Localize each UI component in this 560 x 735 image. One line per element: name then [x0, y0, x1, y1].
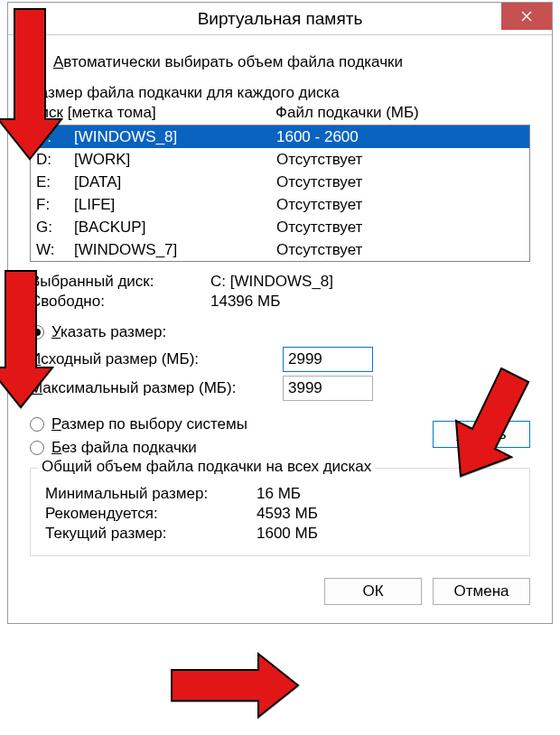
radio-system-label: Размер по выбору системы	[51, 415, 247, 433]
drive-label: [WINDOWS_7]	[74, 240, 276, 259]
max-size-label: Максимальный размер (МБ):	[30, 379, 283, 397]
radio-custom-size[interactable]	[30, 325, 44, 340]
col-header-drive: Диск [метка тома]	[30, 104, 275, 122]
drive-pagefile: Отсутствует	[276, 150, 524, 169]
close-icon	[521, 11, 532, 22]
drive-row[interactable]: D:[WORK]Отсутствует	[31, 148, 529, 171]
free-space-label: Свободно:	[30, 293, 210, 311]
drive-row[interactable]: E:[DATA]Отсутствует	[31, 171, 529, 193]
drive-letter: E:	[36, 172, 74, 191]
drive-letter: W:	[36, 240, 74, 259]
drive-pagefile: Отсутствует	[276, 172, 524, 191]
drive-row[interactable]: W:[WINDOWS_7]Отсутствует	[31, 238, 529, 261]
radio-custom-label: Указать размер:	[51, 323, 166, 341]
window-title: Виртуальная память	[198, 9, 363, 29]
auto-manage-label: Автоматически выбирать объем файла подка…	[53, 53, 403, 71]
current-size-label: Текущий размер:	[45, 525, 257, 543]
virtual-memory-dialog: Виртуальная память Автоматически выбират…	[7, 2, 553, 624]
cancel-button[interactable]: Отмена	[433, 578, 530, 605]
max-size-input[interactable]	[283, 376, 373, 401]
recommended-value: 4593 МБ	[257, 505, 515, 523]
radio-system-managed[interactable]	[30, 417, 44, 432]
drive-label: [BACKUP]	[74, 218, 276, 237]
col-header-pagefile: Файл подкачки (МБ)	[275, 104, 530, 122]
drive-row[interactable]: C:[WINDOWS_8]1600 - 2600	[31, 126, 529, 148]
svg-marker-5	[172, 654, 298, 717]
min-size-label: Минимальный размер:	[45, 485, 257, 503]
groupbox-title: Общий объем файла подкачки на всех диска…	[38, 458, 375, 476]
auto-manage-checkbox[interactable]	[30, 54, 46, 70]
initial-size-input[interactable]	[283, 347, 373, 372]
selected-drive-label: Выбранный диск:	[30, 273, 210, 291]
drive-pagefile: Отсутствует	[276, 240, 524, 259]
drive-pagefile: Отсутствует	[276, 195, 524, 214]
drive-label: [LIFE]	[74, 195, 276, 214]
selected-drive-value: C: [WINDOWS_8]	[210, 273, 530, 291]
titlebar: Виртуальная память	[8, 3, 552, 35]
min-size-value: 16 МБ	[257, 485, 515, 503]
recommended-label: Рекомендуется:	[45, 505, 257, 523]
drive-letter: D:	[36, 150, 74, 169]
drive-row[interactable]: G:[BACKUP]Отсутствует	[31, 216, 529, 238]
total-pagefile-group: Общий объем файла подкачки на всех диска…	[30, 468, 530, 556]
drive-pagefile: Отсутствует	[276, 218, 524, 237]
drive-list[interactable]: C:[WINDOWS_8]1600 - 2600D:[WORK]Отсутств…	[30, 125, 530, 262]
ok-button[interactable]: ОК	[324, 578, 422, 605]
drive-label: [WORK]	[74, 150, 276, 169]
initial-size-label: Исходный размер (МБ):	[30, 350, 283, 368]
drive-row[interactable]: F:[LIFE]Отсутствует	[31, 193, 529, 216]
current-size-value: 1600 МБ	[257, 525, 515, 543]
radio-no-pagefile[interactable]	[30, 441, 44, 455]
radio-none-label: Без файла подкачки	[51, 439, 197, 457]
drive-letter: F:	[36, 195, 74, 214]
drive-letter: C:	[36, 127, 74, 146]
drive-letter: G:	[36, 218, 74, 237]
drive-label: [DATA]	[74, 172, 276, 191]
close-button[interactable]	[501, 3, 552, 30]
free-space-value: 14396 МБ	[210, 293, 530, 311]
drive-label: [WINDOWS_8]	[74, 127, 276, 146]
size-per-drive-label: Размер файла подкачки для каждого диска	[30, 84, 530, 102]
drive-pagefile: 1600 - 2600	[276, 127, 524, 146]
set-button[interactable]: Задать	[433, 421, 530, 448]
